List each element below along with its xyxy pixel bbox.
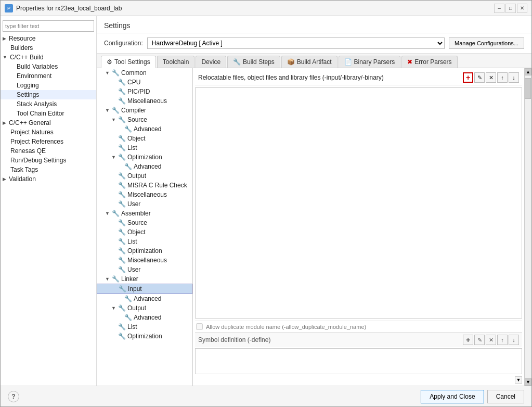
sidebar-item-cpp-build[interactable]: ▼ C/C++ Build (1, 53, 96, 62)
tab-device[interactable]: Device (196, 56, 226, 68)
sidebar-item-project-natures[interactable]: Project Natures (1, 128, 96, 137)
bottom-bar: ? Apply and Close Cancel (1, 386, 531, 406)
tab-binary-parsers[interactable]: 📄 Binary Parsers (339, 56, 401, 68)
maximize-button[interactable]: □ (505, 4, 516, 13)
config-dropdown[interactable]: HardwareDebug [ Active ] (147, 37, 445, 49)
scroll-down-arrow[interactable]: ▼ (525, 378, 531, 386)
tab-toolchain[interactable]: Toolchain (157, 56, 195, 68)
titlebar: P Properties for rx23ea_local_board_lab … (1, 1, 531, 16)
sidebar-item-project-references[interactable]: Project References (1, 137, 96, 146)
sidebar-item-renesas-qe[interactable]: Renesas QE (1, 146, 96, 156)
tree-item-list-asm[interactable]: 🔧 List (97, 237, 192, 246)
main-window: P Properties for rx23ea_local_board_lab … (0, 0, 532, 407)
tree-item-compiler[interactable]: ▼ 🔧 Compiler (97, 106, 192, 115)
tree-item-list-linker[interactable]: 🔧 List (97, 322, 192, 332)
cancel-button[interactable]: Cancel (487, 390, 524, 403)
allow-duplicate-checkbox[interactable] (196, 323, 203, 330)
advanced-source-icon: 🔧 (124, 125, 132, 133)
edit-item-button[interactable]: ✎ (474, 72, 485, 83)
sidebar-item-label: C/C++ General (9, 119, 51, 126)
source-arrow: ▼ (111, 117, 116, 122)
tree-item-linker[interactable]: ▼ 🔧 Linker (97, 274, 192, 284)
tree-item-assembler[interactable]: ▼ 🔧 Assembler (97, 209, 192, 218)
minimize-button[interactable]: – (494, 4, 504, 13)
delete-item-button[interactable]: ✕ (486, 72, 496, 83)
add-item-button[interactable]: + (463, 72, 473, 83)
tree-item-output[interactable]: 🔧 Output (97, 171, 192, 181)
window-icon: P (5, 4, 13, 12)
linker-arrow: ▼ (105, 276, 110, 282)
tree-item-optimization[interactable]: ▼ 🔧 Optimization (97, 152, 192, 162)
tree-item-source[interactable]: ▼ 🔧 Source (97, 115, 192, 124)
tree-item-object-asm[interactable]: 🔧 Object (97, 227, 192, 237)
symbol-up-button[interactable]: ↑ (497, 335, 508, 345)
allow-duplicate-row: Allow duplicate module name (-allow_dupl… (195, 321, 522, 332)
sidebar-item-validation[interactable]: ▶ Validation (1, 174, 96, 184)
sidebar-item-settings[interactable]: Settings (1, 90, 96, 99)
scroll-up-arrow[interactable]: ▲ (525, 68, 531, 75)
tree-item-advanced-output[interactable]: 🔧 Advanced (97, 313, 192, 322)
sidebar-item-label: Settings (17, 91, 39, 98)
misra-icon: 🔧 (118, 182, 126, 189)
scroll-indicator: ▼ (195, 375, 522, 384)
move-down-button[interactable]: ↓ (509, 72, 519, 83)
tree-item-misra[interactable]: 🔧 MISRA C Rule Check (97, 181, 192, 190)
tree-item-cpu[interactable]: 🔧 CPU (97, 78, 192, 87)
apply-close-button[interactable]: Apply and Close (421, 390, 484, 403)
scroll-down-button[interactable]: ▼ (515, 376, 522, 384)
tree-item-input[interactable]: 🔧 Input (97, 284, 192, 294)
sidebar-item-logging[interactable]: Logging (1, 81, 96, 90)
vertical-scrollbar[interactable]: ▲ ▼ (524, 68, 531, 386)
sidebar-item-environment[interactable]: Environment (1, 71, 96, 81)
sidebar-item-build-variables[interactable]: Build Variables (1, 62, 96, 71)
object-icon: 🔧 (118, 135, 126, 142)
help-button[interactable]: ? (8, 391, 19, 402)
symbol-add-button[interactable]: + (463, 335, 473, 345)
tab-tool-settings[interactable]: ⚙ Tool Settings (101, 56, 156, 68)
sidebar-item-run-debug[interactable]: Run/Debug Settings (1, 156, 96, 165)
sidebar-item-label: C/C++ Build (10, 54, 44, 61)
tree-item-advanced-linker[interactable]: 🔧 Advanced (97, 294, 192, 303)
tree-item-optimization-asm[interactable]: 🔧 Optimization (97, 246, 192, 256)
content-toolbar: + ✎ ✕ ↑ ↓ (463, 72, 519, 83)
tree-item-optimization-linker[interactable]: 🔧 Optimization (97, 332, 192, 341)
sidebar-item-cpp-general[interactable]: ▶ C/C++ General (1, 118, 96, 128)
tab-error-parsers[interactable]: ✖ Error Parsers (401, 56, 457, 68)
tree-item-list[interactable]: 🔧 List (97, 143, 192, 152)
sidebar-item-stack-analysis[interactable]: Stack Analysis (1, 99, 96, 109)
tree-item-misc-comp[interactable]: 🔧 Miscellaneous (97, 190, 192, 199)
tree-item-user-asm[interactable]: 🔧 User (97, 265, 192, 274)
tab-label: Tool Settings (114, 58, 150, 66)
tab-build-artifact[interactable]: 📦 Build Artifact (281, 56, 338, 68)
manage-configs-button[interactable]: Manage Configurations... (449, 37, 524, 49)
tree-item-advanced-source[interactable]: 🔧 Advanced (97, 124, 192, 134)
move-up-button[interactable]: ↑ (497, 72, 508, 83)
close-button[interactable]: ✕ (517, 4, 527, 13)
symbol-delete-button[interactable]: ✕ (486, 335, 496, 345)
sidebar-item-tool-chain-editor[interactable]: Tool Chain Editor (1, 109, 96, 118)
tree-item-output-linker[interactable]: ▼ 🔧 Output (97, 303, 192, 313)
sidebar-item-label: Project References (10, 138, 63, 145)
sidebar-item-task-tags[interactable]: Task Tags (1, 165, 96, 174)
tree-item-source-asm[interactable]: 🔧 Source (97, 218, 192, 227)
tree-item-common[interactable]: ▼ 🔧 Common (97, 68, 192, 78)
tree-item-misc-asm[interactable]: 🔧 Miscellaneous (97, 256, 192, 265)
tree-item-user[interactable]: 🔧 User (97, 199, 192, 209)
optimization-asm-icon: 🔧 (118, 247, 126, 255)
tree-item-object[interactable]: 🔧 Object (97, 134, 192, 143)
scroll-track[interactable] (525, 75, 531, 378)
tab-build-steps[interactable]: 🔧 Build Steps (227, 56, 280, 68)
sidebar-item-resource[interactable]: ▶ Resource (1, 34, 96, 43)
tree-item-picpid[interactable]: 🔧 PIC/PID (97, 87, 192, 96)
sidebar-item-builders[interactable]: Builders (1, 43, 96, 53)
advanced-opt-icon: 🔧 (124, 163, 132, 170)
misc-asm-icon: 🔧 (118, 257, 126, 264)
scroll-thumb[interactable] (525, 78, 531, 99)
sidebar-item-label: Validation (9, 175, 36, 183)
tree-item-misc-common[interactable]: 🔧 Miscellaneous (97, 96, 192, 106)
symbol-down-button[interactable]: ↓ (509, 335, 519, 345)
symbol-edit-button[interactable]: ✎ (474, 335, 485, 345)
sidebar-item-label: Tool Chain Editor (17, 110, 64, 117)
sidebar-filter-input[interactable] (3, 20, 94, 32)
tree-item-advanced-opt[interactable]: 🔧 Advanced (97, 162, 192, 171)
